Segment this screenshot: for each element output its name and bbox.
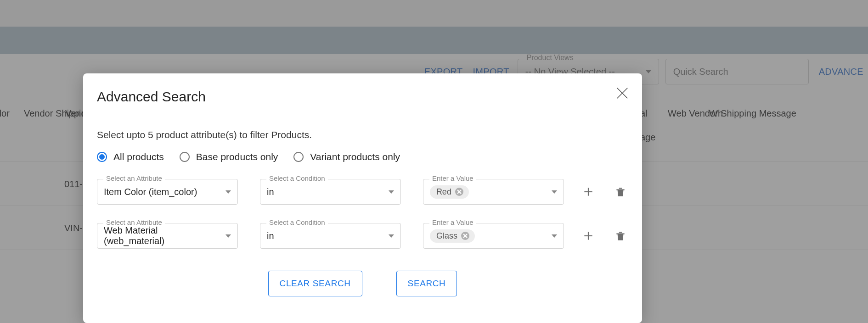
chevron-down-icon bbox=[552, 190, 557, 194]
radio-variant-products[interactable]: Variant products only bbox=[293, 151, 400, 162]
chevron-down-icon bbox=[552, 234, 557, 238]
value-select[interactable]: Red bbox=[423, 179, 564, 205]
attribute-field: Select an Attribute Item Color (item_col… bbox=[97, 179, 238, 205]
condition-value: in bbox=[267, 231, 274, 241]
radio-icon bbox=[293, 152, 304, 162]
attribute-value: Web Material (web_material) bbox=[104, 225, 220, 246]
condition-value: in bbox=[267, 187, 274, 197]
radio-label: Variant products only bbox=[310, 151, 400, 162]
value-field: Enter a Value Glass bbox=[423, 223, 564, 249]
radio-label: All products bbox=[113, 151, 164, 162]
chevron-down-icon bbox=[389, 190, 394, 194]
attribute-value: Item Color (item_color) bbox=[104, 187, 197, 197]
field-label: Enter a Value bbox=[429, 174, 476, 182]
dialog-actions: CLEAR SEARCH SEARCH bbox=[97, 271, 628, 296]
clear-search-button[interactable]: CLEAR SEARCH bbox=[268, 271, 362, 296]
attribute-select[interactable]: Item Color (item_color) bbox=[97, 179, 238, 205]
radio-label: Base products only bbox=[196, 151, 278, 162]
attribute-field: Select an Attribute Web Material (web_ma… bbox=[97, 223, 238, 249]
dialog-title: Advanced Search bbox=[97, 89, 628, 105]
product-scope-radios: All products Base products only Variant … bbox=[97, 151, 628, 162]
dialog-subtitle: Select upto 5 product attribute(s) to fi… bbox=[97, 129, 628, 140]
search-button[interactable]: SEARCH bbox=[396, 271, 457, 296]
chevron-down-icon bbox=[225, 190, 231, 194]
radio-icon bbox=[180, 152, 190, 162]
filter-row: Select an Attribute Web Material (web_ma… bbox=[97, 223, 628, 249]
close-icon[interactable] bbox=[615, 86, 629, 100]
value-chip: Red bbox=[430, 185, 469, 199]
delete-filter-button[interactable] bbox=[613, 184, 628, 200]
field-label: Select an Attribute bbox=[103, 218, 165, 226]
value-chip: Glass bbox=[430, 229, 475, 243]
value-field: Enter a Value Red bbox=[423, 179, 564, 205]
value-select[interactable]: Glass bbox=[423, 223, 564, 249]
delete-filter-button[interactable] bbox=[613, 228, 628, 244]
chip-remove-icon[interactable] bbox=[461, 232, 469, 240]
condition-select[interactable]: in bbox=[260, 179, 401, 205]
attribute-select[interactable]: Web Material (web_material) bbox=[97, 223, 238, 249]
chevron-down-icon bbox=[225, 234, 231, 238]
field-label: Select an Attribute bbox=[103, 174, 165, 182]
condition-select[interactable]: in bbox=[260, 223, 401, 249]
radio-icon bbox=[97, 152, 107, 162]
add-filter-button[interactable] bbox=[581, 184, 596, 200]
radio-all-products[interactable]: All products bbox=[97, 151, 164, 162]
field-label: Enter a Value bbox=[429, 218, 476, 226]
advanced-search-dialog: Advanced Search Select upto 5 product at… bbox=[83, 73, 642, 323]
chevron-down-icon bbox=[389, 234, 394, 238]
add-filter-button[interactable] bbox=[581, 228, 596, 244]
field-label: Select a Condition bbox=[266, 174, 328, 182]
condition-field: Select a Condition in bbox=[260, 179, 401, 205]
filter-row: Select an Attribute Item Color (item_col… bbox=[97, 179, 628, 205]
chip-text: Red bbox=[436, 187, 451, 197]
field-label: Select a Condition bbox=[266, 218, 328, 226]
radio-base-products[interactable]: Base products only bbox=[180, 151, 278, 162]
condition-field: Select a Condition in bbox=[260, 223, 401, 249]
page-root: EXPORT IMPORT Product Views -- No View S… bbox=[0, 0, 868, 323]
chip-remove-icon[interactable] bbox=[455, 188, 463, 196]
chip-text: Glass bbox=[436, 231, 457, 241]
